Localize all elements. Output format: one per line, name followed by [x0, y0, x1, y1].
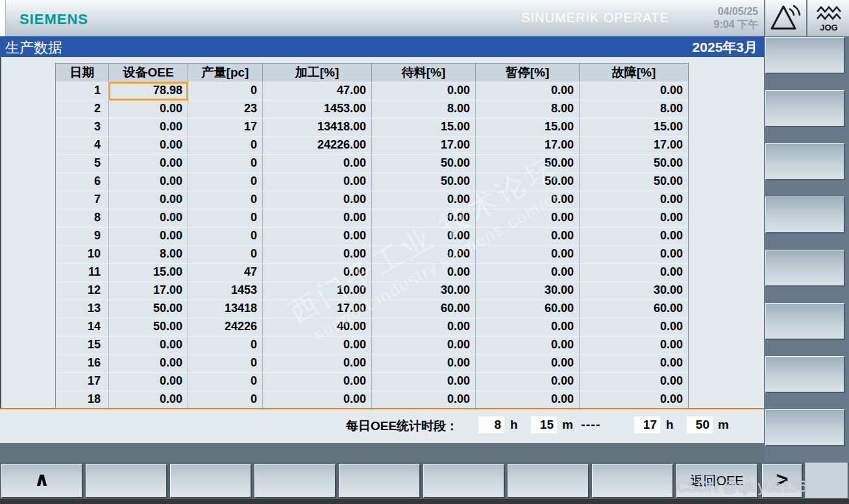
value-cell[interactable]: 0.00: [109, 137, 188, 154]
jog-mode-key[interactable]: JOG: [806, 0, 849, 36]
right-softkey-2[interactable]: [765, 90, 845, 127]
value-cell[interactable]: 0: [188, 246, 263, 263]
menu-extend-softkey[interactable]: >: [762, 464, 803, 498]
value-cell[interactable]: 50.00: [476, 173, 580, 191]
value-cell[interactable]: 0.00: [580, 355, 688, 372]
value-cell[interactable]: 0.00: [263, 246, 372, 263]
value-cell[interactable]: 0: [188, 210, 263, 227]
value-cell[interactable]: 0.00: [476, 191, 580, 209]
value-cell[interactable]: 47.00: [263, 82, 372, 100]
value-cell[interactable]: 0: [188, 391, 263, 409]
value-cell[interactable]: 0.00: [109, 119, 188, 136]
value-cell[interactable]: 0.00: [372, 391, 476, 409]
value-cell[interactable]: 17.00: [109, 282, 188, 300]
value-cell[interactable]: 0.00: [476, 373, 580, 390]
value-cell[interactable]: 0.00: [109, 373, 188, 390]
value-cell[interactable]: 0.00: [476, 210, 580, 227]
return-oee-softkey[interactable]: 返回OEE: [676, 464, 758, 498]
value-cell[interactable]: 0.00: [372, 82, 476, 100]
value-cell[interactable]: 0.00: [476, 337, 580, 354]
value-cell[interactable]: 0.00: [109, 210, 188, 227]
right-softkey-4[interactable]: [765, 197, 845, 234]
value-cell[interactable]: 23: [188, 101, 263, 118]
value-cell[interactable]: 0.00: [263, 355, 372, 372]
value-cell[interactable]: 17: [188, 119, 263, 136]
value-cell[interactable]: 0.00: [580, 264, 688, 282]
value-cell[interactable]: 0.00: [476, 264, 580, 282]
value-cell[interactable]: 8.00: [372, 101, 476, 118]
value-cell[interactable]: 0.00: [372, 373, 476, 390]
value-cell[interactable]: 0: [188, 137, 263, 154]
value-cell[interactable]: 1453.00: [263, 101, 372, 118]
value-cell[interactable]: 0.00: [372, 210, 476, 227]
value-cell[interactable]: 50.00: [109, 300, 188, 318]
value-cell[interactable]: 60.00: [580, 300, 688, 318]
value-cell[interactable]: 0.00: [109, 155, 188, 173]
value-cell[interactable]: 47: [188, 264, 263, 282]
value-cell[interactable]: 15.00: [476, 119, 580, 136]
value-cell[interactable]: 17.00: [476, 137, 580, 154]
value-cell[interactable]: 0.00: [263, 191, 372, 209]
value-cell[interactable]: 40.00: [263, 318, 372, 336]
value-cell[interactable]: 0: [188, 228, 263, 245]
value-cell[interactable]: 50.00: [476, 155, 580, 173]
value-cell[interactable]: 30.00: [372, 282, 476, 300]
softkey-empty-4[interactable]: [339, 464, 421, 498]
value-cell[interactable]: 0.00: [372, 355, 476, 372]
value-cell[interactable]: 17.00: [372, 137, 476, 154]
value-cell[interactable]: 17.00: [263, 300, 372, 318]
value-cell[interactable]: 50.00: [372, 155, 476, 173]
value-cell[interactable]: 0.00: [476, 82, 580, 100]
value-cell[interactable]: 0.00: [109, 355, 188, 372]
value-cell[interactable]: 0.00: [580, 337, 688, 354]
softkey-empty-7[interactable]: [592, 464, 674, 498]
value-cell[interactable]: 50.00: [580, 155, 688, 173]
from-hour-input[interactable]: 8: [478, 416, 504, 433]
value-cell[interactable]: 50.00: [109, 318, 188, 336]
value-cell[interactable]: 8.00: [580, 101, 688, 118]
value-cell[interactable]: 0.00: [580, 318, 688, 336]
alarm-acknowledge-key[interactable]: [764, 0, 806, 36]
value-cell[interactable]: 0: [188, 155, 263, 173]
value-cell[interactable]: 0.00: [109, 191, 188, 209]
right-softkey-6[interactable]: [765, 303, 845, 340]
value-cell[interactable]: 15.00: [109, 264, 188, 282]
value-cell[interactable]: 0.00: [109, 391, 188, 409]
value-cell[interactable]: 50.00: [372, 173, 476, 191]
value-cell[interactable]: 0.00: [263, 264, 372, 282]
value-cell[interactable]: 0.00: [476, 391, 580, 409]
softkey-empty-2[interactable]: [170, 464, 252, 498]
value-cell[interactable]: 0.00: [109, 228, 188, 245]
softkey-empty-3[interactable]: [254, 464, 336, 498]
value-cell[interactable]: 0.00: [476, 318, 580, 336]
value-cell[interactable]: 0.00: [580, 82, 688, 100]
value-cell[interactable]: 30.00: [476, 282, 580, 300]
value-cell[interactable]: 0.00: [263, 228, 372, 245]
value-cell[interactable]: 0.00: [263, 155, 372, 173]
corner-softkey[interactable]: [805, 462, 848, 498]
value-cell[interactable]: 0.00: [263, 173, 372, 191]
value-cell[interactable]: 0.00: [372, 264, 476, 282]
value-cell[interactable]: 78.98: [109, 82, 188, 100]
value-cell[interactable]: 0.00: [580, 391, 688, 409]
value-cell[interactable]: 60.00: [372, 300, 476, 318]
value-cell[interactable]: 8.00: [109, 246, 188, 263]
value-cell[interactable]: 30.00: [580, 282, 688, 300]
value-cell[interactable]: 0: [188, 337, 263, 354]
value-cell[interactable]: 0.00: [372, 337, 476, 354]
softkey-empty-6[interactable]: [508, 464, 589, 498]
value-cell[interactable]: 0.00: [263, 391, 372, 409]
value-cell[interactable]: 50.00: [580, 173, 688, 191]
value-cell[interactable]: 0.00: [476, 228, 580, 245]
value-cell[interactable]: 0.00: [263, 337, 372, 354]
value-cell[interactable]: 0.00: [580, 191, 688, 209]
value-cell[interactable]: 0: [188, 173, 263, 191]
value-cell[interactable]: 0: [188, 191, 263, 209]
to-hour-input[interactable]: 17: [634, 416, 660, 433]
value-cell[interactable]: 0.00: [109, 101, 188, 118]
right-softkey-3[interactable]: [765, 143, 845, 180]
value-cell[interactable]: 0: [188, 373, 263, 390]
value-cell[interactable]: 0: [188, 82, 263, 100]
right-softkey-5[interactable]: [765, 250, 845, 287]
softkey-empty-5[interactable]: [423, 464, 505, 498]
